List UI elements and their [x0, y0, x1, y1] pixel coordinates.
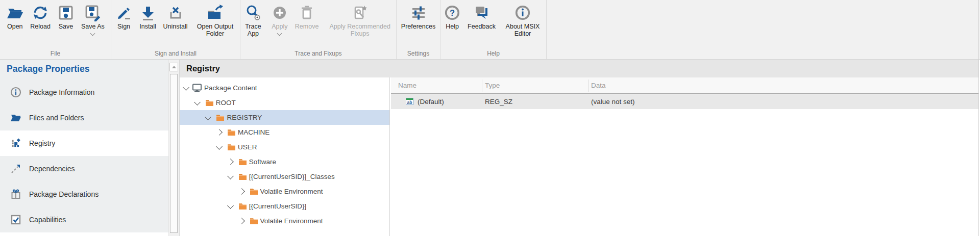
- apply-plus-icon: [271, 3, 288, 23]
- folder-orange-icon: [227, 129, 236, 136]
- reload-icon: [32, 3, 49, 23]
- ribbon-button-label: Uninstall: [163, 23, 188, 30]
- table-row[interactable]: ab(Default)REG_SZ(value not set): [391, 94, 979, 109]
- tree-item-label: USER: [238, 140, 257, 154]
- tree-item-label: MACHINE: [238, 125, 270, 140]
- ribbon-button-trace-app[interactable]: Trace App: [240, 3, 266, 37]
- feedback-icon: [473, 3, 491, 23]
- ribbon-button-label: Save As: [81, 23, 105, 30]
- svg-text:?: ?: [450, 8, 455, 17]
- chevron-down-icon[interactable]: [183, 84, 189, 91]
- tree-item-registry[interactable]: REGISTRY: [180, 110, 389, 125]
- sidebar-item-dependencies[interactable]: Dependencies: [0, 156, 168, 181]
- ribbon-group-settings: PreferencesSettings: [397, 0, 440, 59]
- trace-app-icon: [244, 3, 262, 23]
- uninstall-icon: [167, 3, 184, 23]
- ribbon-button-about-msix-editor[interactable]: About MSIX Editor: [501, 3, 545, 37]
- chevron-down-icon[interactable]: [216, 143, 223, 150]
- tree-item-currentusersid-classes[interactable]: [{CurrentUserSID}]_Classes: [180, 169, 389, 184]
- scrollbar-thumb[interactable]: [170, 74, 178, 233]
- sidebar-item-label: Package Information: [29, 88, 94, 96]
- cell-data: (value not set): [591, 94, 635, 109]
- ribbon-button-save[interactable]: Save: [56, 3, 76, 30]
- ribbon-button-open-output-folder[interactable]: Open Output Folder: [192, 3, 237, 37]
- sidebar-item-package-declarations[interactable]: Package Declarations: [0, 181, 168, 207]
- string-value-icon: ab: [406, 98, 413, 105]
- checkbox-check-icon: [10, 214, 21, 225]
- tree-item-root[interactable]: ROOT: [180, 95, 389, 110]
- ribbon-button-preferences[interactable]: Preferences: [400, 3, 437, 30]
- ribbon-toolbar: OpenReloadSaveSave AsFileSignInstallUnin…: [0, 0, 980, 60]
- sidebar-item-label: Package Declarations: [29, 190, 99, 198]
- folder-orange-icon: [250, 188, 258, 195]
- sidebar-item-files-and-folders[interactable]: Files and Folders: [0, 105, 168, 130]
- column-separator[interactable]: [482, 80, 482, 92]
- tree-item-user[interactable]: USER: [180, 140, 389, 154]
- ribbon-button-install[interactable]: Install: [138, 3, 158, 30]
- ribbon-button-save-as[interactable]: Save As: [80, 3, 106, 35]
- save-icon: [57, 3, 75, 23]
- chevron-right-icon[interactable]: [238, 218, 245, 224]
- ribbon-button-reload[interactable]: Reload: [29, 3, 52, 30]
- column-header-type[interactable]: Type: [485, 77, 500, 93]
- chevron-down-icon[interactable]: [227, 173, 234, 179]
- folder-orange-icon: [238, 173, 247, 180]
- tree-item-package-content[interactable]: Package Content: [180, 81, 389, 95]
- folder-orange-icon: [238, 203, 247, 210]
- ribbon-button-label: Open Output Folder: [194, 23, 236, 37]
- ribbon-button-apply-recommended-fixups[interactable]: Apply Recommended Fixups: [324, 3, 396, 37]
- ribbon-group-trace-and-fixups: Trace AppApplyRemoveApply Recommended Fi…: [240, 0, 397, 59]
- column-separator[interactable]: [588, 80, 589, 92]
- sidebar-scrollbar[interactable]: [168, 60, 180, 236]
- tree-item-currentusersid[interactable]: [{CurrentUserSID}]: [180, 199, 389, 214]
- ribbon-button-apply[interactable]: Apply: [270, 3, 290, 35]
- tree-item-volatile-environment[interactable]: Volatile Environment: [180, 214, 389, 228]
- sidebar-item-label: Capabilities: [29, 216, 66, 224]
- ribbon-button-remove[interactable]: Remove: [293, 3, 320, 30]
- chevron-down-icon[interactable]: [194, 99, 201, 106]
- sidebar-item-package-information[interactable]: Package Information: [0, 80, 168, 105]
- chevron-right-icon[interactable]: [216, 129, 223, 136]
- ribbon-button-label: Preferences: [401, 23, 435, 30]
- pane-splitter[interactable]: [389, 77, 390, 236]
- ribbon-button-open[interactable]: Open: [5, 3, 25, 30]
- tree-item-label: REGISTRY: [227, 110, 262, 125]
- chevron-right-icon[interactable]: [238, 188, 245, 195]
- tree-item-software[interactable]: Software: [180, 154, 389, 169]
- ribbon-group-label: File: [0, 50, 111, 57]
- sidebar-item-registry[interactable]: Registry: [0, 130, 168, 156]
- tree-item-volatile-environment[interactable]: Volatile Environment: [180, 184, 389, 199]
- folder-orange-icon: [216, 114, 225, 121]
- ribbon-button-sign[interactable]: Sign: [114, 3, 134, 30]
- chevron-down-icon[interactable]: [227, 202, 234, 209]
- chevron-down-icon[interactable]: [205, 114, 212, 120]
- sliders-icon: [410, 3, 427, 23]
- ribbon-group-sign-and-install: SignInstallUninstallOpen Output FolderSi…: [111, 0, 240, 59]
- sidebar: Package Properties Package InformationFi…: [0, 60, 168, 236]
- ribbon-button-help[interactable]: ?Help: [442, 3, 462, 30]
- sidebar-nav: Package InformationFiles and FoldersRegi…: [0, 80, 168, 232]
- ribbon-button-uninstall[interactable]: Uninstall: [162, 3, 189, 30]
- chevron-down-icon: [90, 31, 95, 36]
- ribbon-button-label: Help: [446, 23, 459, 30]
- save-as-icon: [84, 3, 102, 23]
- ribbon-button-feedback[interactable]: Feedback: [466, 3, 497, 30]
- gift-box-icon: [10, 189, 21, 200]
- sidebar-item-capabilities[interactable]: Capabilities: [0, 207, 168, 232]
- registry-tree: Package ContentROOTREGISTRYMACHINEUSERSo…: [180, 77, 389, 236]
- registry-values-table: NameTypeData ab(Default)REG_SZ(value not…: [391, 77, 979, 236]
- ribbon-group-label: Settings: [397, 50, 440, 57]
- chevron-right-icon[interactable]: [227, 159, 234, 165]
- cell-name: (Default): [418, 94, 444, 109]
- open-output-folder-icon: [206, 3, 224, 23]
- ribbon-group-file: OpenReloadSaveSave AsFile: [0, 0, 111, 59]
- about-info-icon: [514, 3, 531, 23]
- ribbon-button-label: Install: [139, 23, 156, 30]
- tree-item-machine[interactable]: MACHINE: [180, 125, 389, 140]
- column-header-data[interactable]: Data: [591, 77, 606, 93]
- registry-grid-icon: [10, 138, 21, 149]
- scroll-up-button[interactable]: [169, 63, 178, 71]
- column-header-name[interactable]: Name: [398, 77, 416, 93]
- tree-item-label: Volatile Environment: [260, 184, 323, 199]
- window-right-edge: [978, 0, 979, 236]
